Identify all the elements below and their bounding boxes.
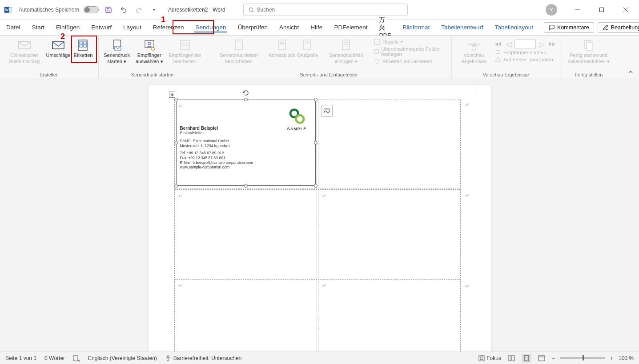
tab-hilfe[interactable]: Hilfe bbox=[309, 22, 323, 32]
select-recipients-button[interactable]: Empfänger auswählen ▾ bbox=[132, 37, 166, 66]
word-count[interactable]: 0 Wörter bbox=[44, 355, 65, 361]
svg-rect-54 bbox=[539, 356, 545, 361]
focus-mode-button[interactable]: Fokus bbox=[478, 355, 501, 361]
edit-recipients-button: Empfängerliste bearbeiten bbox=[166, 37, 203, 66]
tab-layout[interactable]: Layout bbox=[122, 22, 142, 32]
collapse-ribbon-button[interactable] bbox=[627, 68, 635, 76]
tab-tabellenlayout[interactable]: Tabellenlayout bbox=[494, 22, 534, 32]
start-mailmerge-button[interactable]: Seriendruck starten ▾ bbox=[101, 37, 132, 66]
resize-handle[interactable] bbox=[314, 98, 317, 101]
save-button[interactable] bbox=[103, 4, 114, 15]
svg-line-38 bbox=[499, 53, 501, 55]
tab-einfuegen[interactable]: Einfügen bbox=[55, 22, 80, 32]
rotate-handle[interactable] bbox=[242, 89, 249, 96]
address-block-button: Adressblock bbox=[269, 37, 295, 60]
tab-datei[interactable]: Datei bbox=[5, 22, 21, 32]
resize-handle[interactable] bbox=[314, 141, 317, 144]
resize-handle[interactable] bbox=[174, 98, 178, 101]
labels-icon bbox=[76, 39, 90, 52]
zoom-out-button[interactable]: − bbox=[552, 355, 555, 361]
print-layout-button[interactable] bbox=[522, 354, 531, 363]
resize-handle[interactable] bbox=[314, 184, 317, 188]
qat-dropdown[interactable]: ▾ bbox=[149, 4, 159, 15]
abc-icon: «ABC» bbox=[467, 39, 481, 52]
resize-handle[interactable] bbox=[244, 98, 248, 101]
focus-icon bbox=[478, 355, 485, 361]
tab-start[interactable]: Start bbox=[31, 22, 46, 32]
redo-button[interactable] bbox=[133, 4, 144, 15]
editing-mode-button[interactable]: Bearbeitung ▾ bbox=[598, 22, 639, 33]
paragraph-mark-icon: ↵ bbox=[322, 282, 327, 289]
svg-rect-6 bbox=[600, 8, 604, 12]
close-button[interactable] bbox=[616, 3, 635, 16]
user-avatar[interactable]: Y bbox=[546, 4, 557, 16]
svg-point-48 bbox=[167, 356, 169, 357]
resize-handle[interactable] bbox=[174, 184, 178, 188]
image-selection-frame[interactable] bbox=[176, 100, 316, 186]
insert-merge-field-button: Seriendruckfeld einfügen ▾ bbox=[320, 37, 372, 66]
resize-handle[interactable] bbox=[244, 184, 248, 188]
greeting-line-button: Grußzeile bbox=[295, 37, 320, 60]
language-status[interactable]: Englisch (Vereinigte Staaten) bbox=[88, 355, 157, 361]
tab-sendungen[interactable]: Sendungen bbox=[194, 22, 227, 32]
group-label-seriendruck: Seriendruck starten bbox=[101, 71, 203, 78]
svg-rect-19 bbox=[145, 40, 154, 48]
tab-ueberpruefen[interactable]: Überprüfen bbox=[237, 22, 269, 32]
svg-rect-49 bbox=[479, 356, 484, 361]
tab-tabellenentwurf[interactable]: Tabellenentwurf bbox=[440, 22, 484, 32]
search-input[interactable] bbox=[257, 7, 403, 13]
tab-referenzen[interactable]: Referenzen bbox=[152, 22, 185, 32]
layout-options-button[interactable] bbox=[321, 105, 333, 116]
layout-options-icon bbox=[323, 107, 331, 115]
maximize-button[interactable] bbox=[592, 3, 611, 16]
label-cell[interactable]: ↵ bbox=[318, 189, 461, 278]
web-layout-button[interactable] bbox=[537, 354, 547, 363]
comments-button[interactable]: Kommentare bbox=[544, 22, 594, 33]
highlight-fields-button: Seriendruckfelder hervorheben bbox=[209, 37, 269, 66]
autosave-toggle[interactable] bbox=[84, 6, 99, 13]
spellcheck-icon[interactable] bbox=[73, 355, 80, 362]
table-move-handle[interactable]: ✥ bbox=[169, 92, 175, 98]
paragraph-mark-icon: ↵ bbox=[178, 192, 183, 199]
svg-rect-15 bbox=[80, 45, 83, 47]
label-cell[interactable]: ↵ bbox=[318, 279, 461, 352]
tab-bildformat[interactable]: Bildformat bbox=[402, 22, 430, 32]
undo-button[interactable] bbox=[118, 4, 129, 15]
read-mode-button[interactable] bbox=[506, 354, 516, 363]
accessibility-status[interactable]: Barrierefreiheit: Untersuchen bbox=[165, 355, 241, 361]
svg-rect-22 bbox=[181, 40, 189, 49]
zoom-in-button[interactable]: + bbox=[610, 355, 613, 361]
svg-rect-46 bbox=[73, 356, 78, 361]
svg-marker-39 bbox=[495, 57, 501, 62]
document-canvas[interactable]: ✥ ↵ SAMPLE Bernhard Beispiel Einkaufslei… bbox=[0, 79, 639, 352]
tab-pdfelement[interactable]: PDFelement bbox=[333, 22, 368, 32]
document-mail-icon bbox=[110, 39, 124, 52]
zoom-slider[interactable] bbox=[560, 357, 605, 359]
accessibility-icon bbox=[165, 355, 171, 361]
page[interactable]: ✥ ↵ SAMPLE Bernhard Beispiel Einkaufslei… bbox=[149, 85, 491, 352]
label-cell[interactable]: ↵ bbox=[318, 100, 461, 188]
label-cell[interactable]: ↵ bbox=[174, 189, 317, 278]
paragraph-mark-icon: ↵ bbox=[178, 282, 183, 289]
zoom-level[interactable]: 100 % bbox=[619, 355, 634, 361]
minimize-button[interactable] bbox=[568, 3, 587, 16]
last-record-button: ⏭ bbox=[547, 39, 557, 49]
envelopes-button[interactable]: Umschläge bbox=[46, 37, 71, 60]
tab-entwurf[interactable]: Entwurf bbox=[90, 22, 113, 32]
first-record-button: ⏮ bbox=[493, 39, 503, 49]
check-errors-button: Auf Fehler überprüfen bbox=[493, 56, 557, 63]
page-status[interactable]: Seite 1 von 1 bbox=[5, 355, 36, 361]
labels-button[interactable]: Etiketten bbox=[71, 37, 96, 60]
preview-results-button: «ABC» Vorschau Ergebnisse bbox=[454, 37, 493, 66]
refresh-icon bbox=[374, 58, 380, 64]
svg-point-36 bbox=[472, 46, 476, 50]
svg-rect-26 bbox=[278, 40, 285, 50]
envelope-icon bbox=[17, 39, 32, 52]
pencil-icon bbox=[603, 24, 609, 31]
label-cell[interactable]: ↵ bbox=[174, 279, 317, 352]
tab-ansicht[interactable]: Ansicht bbox=[278, 22, 300, 32]
record-number-input bbox=[514, 40, 536, 48]
svg-rect-14 bbox=[84, 42, 87, 44]
resize-handle[interactable] bbox=[174, 141, 178, 144]
prev-record-button: ◁ bbox=[504, 39, 514, 49]
